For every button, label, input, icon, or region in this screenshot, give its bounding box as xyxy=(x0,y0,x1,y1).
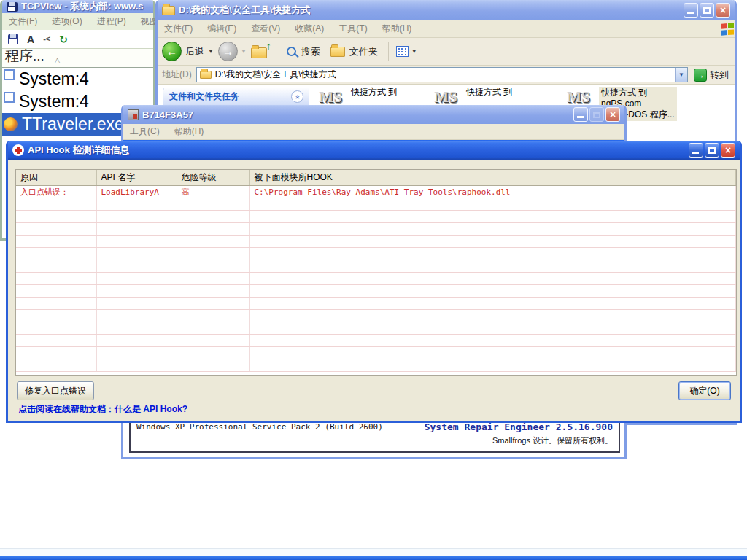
tcpview-toolbar: A -< ↻ xyxy=(2,30,153,49)
taskbar-edge[interactable] xyxy=(0,556,747,560)
close-button[interactable]: × xyxy=(605,107,620,122)
table-empty-row xyxy=(16,298,736,310)
explorer-toolbar: ← 后退 ▼ → ▼ ↑ 搜索 文件夹 xyxy=(158,38,735,66)
minimize-button[interactable] xyxy=(573,107,588,122)
menu-file[interactable]: 文件(F) xyxy=(158,20,199,37)
file-label: 快捷方式 到 xyxy=(466,87,512,107)
go-button[interactable]: → 转到 xyxy=(692,69,730,82)
apihook-caption-buttons: × xyxy=(689,143,735,158)
explorer-addressbar: 地址(D) D:\我的文档\安全工具\快捷方式 ▼ → 转到 xyxy=(158,66,735,85)
forward-button[interactable]: → ▼ xyxy=(218,42,247,61)
column-header-label: 程序... xyxy=(5,49,44,66)
forward-dropdown-icon[interactable]: ▼ xyxy=(241,48,247,55)
address-combo[interactable]: D:\我的文档\安全工具\快捷方式 ▼ xyxy=(196,67,688,82)
file-item[interactable]: MS 快捷方式 到 xyxy=(316,87,397,107)
views-dropdown-icon[interactable]: ▼ xyxy=(411,48,417,55)
task-pane-header[interactable]: 文件和文件夹任务 » xyxy=(163,88,309,106)
minimize-button[interactable] xyxy=(689,143,703,158)
minimize-button[interactable] xyxy=(684,3,698,18)
menu-process[interactable]: 进程(P) xyxy=(90,13,133,30)
cell-reason: 入口点错误： xyxy=(16,186,96,198)
table-empty-row xyxy=(16,285,736,298)
toolbar-separator xyxy=(276,42,276,61)
column-reason[interactable]: 原因 xyxy=(16,170,96,186)
sre-titlebar[interactable]: B714F3A57 × xyxy=(123,105,624,124)
column-api-name[interactable]: API 名字 xyxy=(96,170,177,186)
menu-options[interactable]: 选项(O) xyxy=(45,13,88,30)
process-name: System:4 xyxy=(19,92,89,112)
search-icon xyxy=(287,47,296,56)
back-dropdown-icon[interactable]: ▼ xyxy=(208,48,214,55)
file-item[interactable]: MS 快捷方式 到 xyxy=(431,87,512,107)
menu-view[interactable]: 查看(V) xyxy=(244,20,287,37)
table-header-row: 原因 API 名字 危险等级 被下面模块所HOOK xyxy=(16,170,736,186)
explorer-titlebar[interactable]: D:\我的文档\安全工具\快捷方式 × xyxy=(158,0,735,20)
menu-edit[interactable]: 编辑(E) xyxy=(201,20,243,37)
back-icon: ← xyxy=(162,42,182,61)
table-empty-row xyxy=(16,223,736,236)
search-button[interactable]: 搜索 xyxy=(284,45,323,58)
menu-help[interactable]: 帮助(H) xyxy=(376,20,419,37)
close-button[interactable]: × xyxy=(721,143,735,158)
save-icon[interactable] xyxy=(8,34,18,44)
close-button[interactable]: × xyxy=(716,3,730,18)
collapse-chevron-icon[interactable]: » xyxy=(291,90,303,103)
process-icon xyxy=(4,92,15,103)
copyright-text: Smallfrogs 设计。保留所有权利。 xyxy=(492,435,613,446)
table-empty-row xyxy=(16,359,736,372)
address-value[interactable]: D:\我的文档\安全工具\快捷方式 xyxy=(215,69,671,81)
ok-button[interactable]: 确定(O) xyxy=(678,381,731,400)
up-button[interactable]: ↑ xyxy=(251,45,268,58)
table-empty-row xyxy=(16,347,736,359)
tcpview-app-icon xyxy=(7,2,18,12)
column-risk-level[interactable]: 危险等级 xyxy=(177,170,249,186)
pin-icon[interactable]: -< xyxy=(43,35,50,43)
apihook-table-body: 入口点错误： LoadLibraryA 高 C:\Program Files\R… xyxy=(16,186,736,372)
maximize-button-disabled xyxy=(589,107,604,122)
maximize-button[interactable] xyxy=(705,143,719,158)
ms-dos-icon: MS xyxy=(431,87,460,107)
tcpview-menubar: 文件(F) 选项(O) 进程(P) 视图(V) xyxy=(2,13,153,30)
process-row[interactable]: System:4 xyxy=(2,68,153,90)
menu-tools[interactable]: 工具(C) xyxy=(123,123,166,140)
up-arrow-icon: ↑ xyxy=(266,40,271,52)
maximize-button[interactable] xyxy=(700,3,714,18)
up-folder-icon xyxy=(251,47,267,58)
desktop: TCPView - 系统内部: www.s 文件(F) 选项(O) 进程(P) … xyxy=(0,0,747,560)
go-icon: → xyxy=(694,69,707,82)
column-filler xyxy=(587,170,736,186)
help-link[interactable]: 点击阅读在线帮助文档：什么是 API Hook? xyxy=(18,403,187,416)
font-icon[interactable]: A xyxy=(27,34,34,44)
explorer-title: D:\我的文档\安全工具\快捷方式 xyxy=(179,4,680,17)
menu-tools[interactable]: 工具(T) xyxy=(332,20,374,37)
back-label: 后退 xyxy=(185,45,204,58)
menu-favorites[interactable]: 收藏(A) xyxy=(288,20,330,37)
menu-help[interactable]: 帮助(H) xyxy=(168,123,211,140)
cell-risk-level: 高 xyxy=(177,186,249,198)
tcpview-titlebar[interactable]: TCPView - 系统内部: www.s xyxy=(2,0,153,13)
table-empty-row xyxy=(16,322,736,335)
folder-icon xyxy=(162,6,175,15)
views-button[interactable]: ▼ xyxy=(396,46,417,57)
os-info-text: Windows XP Professional Service Pack 2 (… xyxy=(136,422,383,432)
menu-file[interactable]: 文件(F) xyxy=(2,13,44,30)
column-hooked-by[interactable]: 被下面模块所HOOK xyxy=(249,170,587,186)
product-version-text: System Repair Engineer 2.5.16.900 xyxy=(425,421,613,432)
process-name: System:4 xyxy=(19,69,89,89)
globe-icon xyxy=(4,117,18,131)
views-icon xyxy=(396,46,409,57)
explorer-caption-buttons: × xyxy=(684,3,730,18)
hook-result-row[interactable]: 入口点错误： LoadLibraryA 高 C:\Program Files\R… xyxy=(16,186,736,198)
folders-button[interactable]: 文件夹 xyxy=(328,45,381,58)
go-label: 转到 xyxy=(710,69,729,82)
back-button[interactable]: ← 后退 ▼ xyxy=(162,42,214,61)
red-cross-icon xyxy=(12,144,24,156)
refresh-icon[interactable]: ↻ xyxy=(59,34,68,44)
tcpview-column-header[interactable]: 程序... △ xyxy=(2,49,153,68)
address-dropdown-icon[interactable]: ▼ xyxy=(675,68,687,82)
sre-caption-buttons: × xyxy=(573,107,620,122)
apihook-titlebar[interactable]: API Hook 检测详细信息 × xyxy=(8,141,740,160)
apihook-title: API Hook 检测详细信息 xyxy=(28,144,685,157)
fix-entry-point-button[interactable]: 修复入口点错误 xyxy=(17,381,94,400)
apihook-dialog: API Hook 检测详细信息 × 原因 API 名字 危险等级 被下面模块所H… xyxy=(6,141,742,423)
